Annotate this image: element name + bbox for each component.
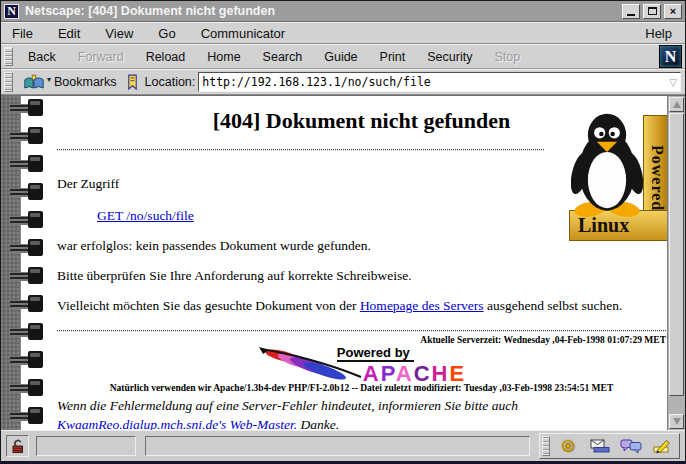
close-icon: × xyxy=(670,6,676,17)
app-icon: N xyxy=(4,4,19,19)
speech-bubbles-icon xyxy=(620,438,642,454)
security-button[interactable]: Security xyxy=(416,50,483,64)
suggestion-before: Vielleicht möchten Sie das gesuchte Doku… xyxy=(57,298,360,313)
apache-logo: Powered by APACHE xyxy=(57,345,666,381)
security-status-panel xyxy=(36,436,136,456)
vertical-scrollbar[interactable] xyxy=(667,96,685,430)
toolbar-grip[interactable] xyxy=(4,47,13,66)
stop-button[interactable]: Stop xyxy=(483,50,531,64)
linux-powered-badge: Powered Linux xyxy=(569,100,670,241)
menu-communicator[interactable]: Communicator xyxy=(201,26,286,41)
navigator-button[interactable] xyxy=(553,435,584,457)
maximize-icon xyxy=(648,7,657,15)
print-button[interactable]: Print xyxy=(369,50,417,64)
bookmarks-dropdown-icon: ▾ xyxy=(47,75,51,84)
location-bar: ▾ Bookmarks Location: ▽ xyxy=(1,69,685,95)
bookmarks-label: Bookmarks xyxy=(54,75,117,89)
powered-by-text: Powered by xyxy=(337,345,414,362)
location-bar-grip[interactable] xyxy=(4,72,13,92)
tux-penguin-icon xyxy=(571,105,643,219)
composer-pen-icon xyxy=(652,438,672,454)
component-bar-grip[interactable] xyxy=(542,436,550,456)
menu-bar: File Edit View Go Communicator Help xyxy=(1,22,685,44)
reload-button[interactable]: Reload xyxy=(135,50,197,64)
netscape-window: N Netscape: [404] Dokument nicht gefunde… xyxy=(0,0,686,464)
menu-file[interactable]: File xyxy=(12,26,33,41)
menu-view[interactable]: View xyxy=(105,26,133,41)
mailbox-button[interactable] xyxy=(584,435,615,457)
footer-note: Wenn die Fehlermeldung auf eine Server-F… xyxy=(57,397,666,430)
discussions-button[interactable] xyxy=(615,435,646,457)
security-lock-button[interactable] xyxy=(6,435,29,457)
minimize-button[interactable] xyxy=(622,4,640,19)
browser-viewport: [404] Dokument nicht gefunden Der Zugrif… xyxy=(1,95,685,430)
homepage-link[interactable]: Homepage des Servers xyxy=(360,298,484,313)
search-button[interactable]: Search xyxy=(252,50,314,64)
scroll-down-button[interactable] xyxy=(669,414,684,429)
open-padlock-icon xyxy=(10,438,26,454)
mailbox-icon xyxy=(589,438,611,454)
scrollbar-thumb[interactable] xyxy=(669,113,684,396)
window-title: Netscape: [404] Dokument nicht gefunden xyxy=(25,4,619,18)
request-link[interactable]: GET /no/such/file xyxy=(97,208,194,223)
scroll-up-button[interactable] xyxy=(669,97,684,112)
composer-button[interactable] xyxy=(646,435,677,457)
apache-name-text: APACHE xyxy=(363,363,466,385)
suggestion-after: ausgehend selbst suchen. xyxy=(484,298,623,313)
footer-after: Danke. xyxy=(297,417,339,430)
status-bar xyxy=(1,430,685,461)
check-text: Bitte überprüfen Sie Ihre Anforderung au… xyxy=(57,268,666,284)
component-bar xyxy=(539,433,680,459)
back-button[interactable]: Back xyxy=(17,50,67,64)
badge-powered-text: Powered xyxy=(648,145,666,211)
maximize-button[interactable] xyxy=(643,4,661,19)
menu-go[interactable]: Go xyxy=(158,26,175,41)
home-button[interactable]: Home xyxy=(196,50,251,64)
spiral-binding-icon xyxy=(1,96,51,430)
url-dropdown-icon[interactable]: ▽ xyxy=(667,77,679,88)
close-button[interactable]: × xyxy=(664,4,682,19)
minimize-icon xyxy=(627,14,635,16)
title-bar: N Netscape: [404] Dokument nicht gefunde… xyxy=(1,1,685,22)
guide-button[interactable]: Guide xyxy=(313,50,368,64)
suggestion-text: Vielleicht möchten Sie das gesuchte Doku… xyxy=(57,298,666,314)
menu-edit[interactable]: Edit xyxy=(58,26,80,41)
url-input[interactable] xyxy=(200,74,667,90)
url-field-frame: ▽ xyxy=(198,72,681,92)
ship-wheel-icon xyxy=(558,438,580,455)
location-label: Location: xyxy=(145,75,196,89)
netscape-logo-icon[interactable]: N xyxy=(659,45,682,68)
status-message-panel xyxy=(145,436,530,456)
bookmarks-icon xyxy=(23,74,45,91)
bookmarks-button[interactable]: ▾ Bookmarks xyxy=(20,74,120,91)
apache-wordmark: Powered by APACHE xyxy=(337,345,466,385)
webmaster-link[interactable]: KwaamReo.dialup.mch.sni.de's Web-Master. xyxy=(57,417,297,430)
location-proxy-icon-button[interactable] xyxy=(123,74,142,91)
horizontal-rule-top xyxy=(57,149,544,151)
footer-before: Wenn die Fehlermeldung auf eine Server-F… xyxy=(57,398,518,413)
arrow-down-icon xyxy=(673,418,681,425)
menu-help[interactable]: Help xyxy=(645,26,672,41)
arrow-up-icon xyxy=(673,101,681,108)
horizontal-rule-bottom xyxy=(57,330,666,332)
forward-button[interactable]: Forward xyxy=(67,50,135,64)
location-icon xyxy=(126,74,139,91)
navigation-toolbar: Back Forward Reload Home Search Guide Pr… xyxy=(1,44,685,69)
server-time-text: Aktuelle Serverzeit: Wednesday ,04-Feb-1… xyxy=(57,335,666,345)
server-info-text: Natürlich verwenden wir Apache/1.3b4-dev… xyxy=(57,383,666,393)
